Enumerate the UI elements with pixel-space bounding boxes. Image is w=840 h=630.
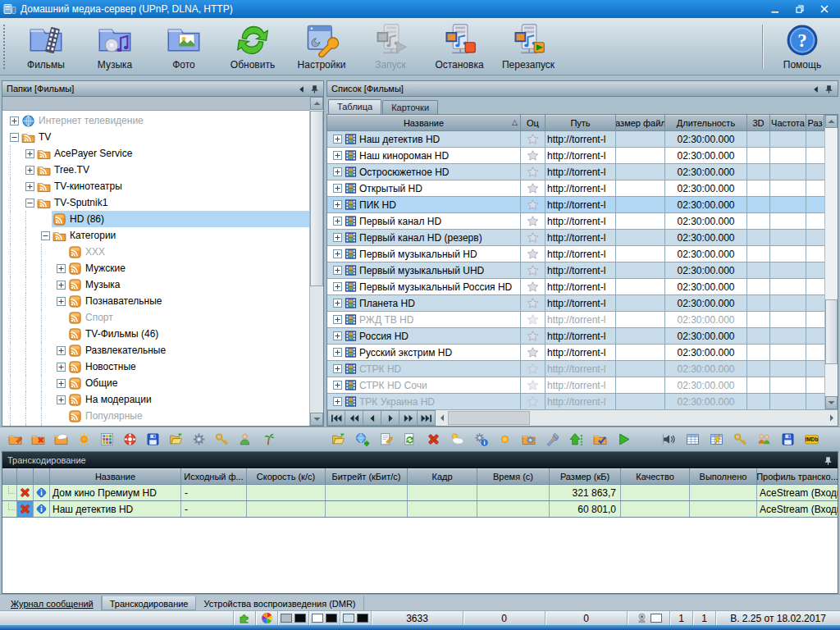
tc-column-time[interactable]: Время (с) <box>477 468 550 485</box>
row-expand-button[interactable] <box>333 217 342 226</box>
cell-rating[interactable] <box>521 377 546 393</box>
tree-item-18[interactable]: Популярные <box>2 408 309 424</box>
media-row-1[interactable]: Наш кинороман HDhttp://torrent-l02:30:00… <box>327 148 824 164</box>
toolbar-button-restart[interactable]: Перезапуск <box>494 20 563 74</box>
cell-rating[interactable] <box>521 328 546 344</box>
media-row-15[interactable]: СТРК HD Сочиhttp://torrent-l02:30:00.000 <box>327 377 824 394</box>
column-header-threed[interactable]: 3D <box>747 115 770 131</box>
tree-item-17[interactable]: На модерации <box>2 391 309 408</box>
column-header-raz[interactable]: Раз <box>806 115 824 131</box>
toolbar-button-refresh[interactable]: Обновить <box>218 20 287 74</box>
column-header-filesize[interactable]: Размер файла <box>616 115 665 131</box>
media-row-16[interactable]: ТРК Украина HDhttp://torrent-l02:30:00.0… <box>327 394 824 409</box>
column-header-freq[interactable]: Частота <box>770 115 806 131</box>
tc-column-del[interactable] <box>17 468 34 485</box>
list-tool-table-icon[interactable] <box>686 432 700 446</box>
tab-Карточки[interactable]: Карточки <box>382 100 438 114</box>
cell-rating[interactable] <box>521 148 546 163</box>
tree-expander-plus[interactable] <box>57 363 67 372</box>
folder-tool-folder-cloud-icon[interactable] <box>54 432 68 446</box>
list-tool-folder-gear-icon[interactable] <box>522 432 536 446</box>
tree-item-10[interactable]: Музыка <box>2 276 309 293</box>
scroll-up-button[interactable] <box>825 115 838 128</box>
list-tool-globe-add-icon[interactable] <box>355 432 369 446</box>
folder-tool-floppy-icon[interactable] <box>146 432 160 446</box>
tree-item-11[interactable]: Познавательные <box>2 293 309 309</box>
toolbar-drag-handle[interactable] <box>3 25 8 69</box>
list-tool-x-red-icon[interactable] <box>427 432 441 446</box>
column-header-rating[interactable]: Оц <box>521 115 546 131</box>
tc-cell-delete[interactable] <box>17 485 34 500</box>
tc-column-profile[interactable]: Профиль транско... <box>757 468 838 485</box>
row-expand-button[interactable] <box>333 151 342 160</box>
tc-column-src[interactable]: Исходный ф... <box>181 468 247 485</box>
tc-column-bitrate[interactable]: Битрейт (кБит/с) <box>326 468 408 485</box>
panel-collapse-button[interactable] <box>809 83 822 95</box>
media-row-4[interactable]: ПИК HDhttp://torrent-l02:30:00.000 <box>327 197 824 213</box>
list-tool-up-green-icon[interactable] <box>569 432 583 446</box>
tree-item-13[interactable]: TV-Фильмы (46) <box>2 326 309 342</box>
tree-expander-minus[interactable] <box>25 199 36 208</box>
media-row-14[interactable]: СТРК HDhttp://torrent-l02:30:00.000 <box>327 361 824 377</box>
panel-pin-button[interactable] <box>822 83 835 95</box>
folder-tool-lifebuoy-icon[interactable] <box>123 432 137 446</box>
nav-prev-button[interactable] <box>363 410 381 426</box>
list-tool-table-bolt-icon[interactable] <box>710 432 724 446</box>
media-row-12[interactable]: Россия HDhttp://torrent-l02:30:00.000 <box>327 328 824 345</box>
close-button[interactable] <box>812 1 837 17</box>
nav-next2-button[interactable] <box>399 410 418 426</box>
folder-tool-user-icon[interactable] <box>238 432 252 446</box>
tree-expander-plus[interactable] <box>57 281 67 290</box>
tc-column-frame[interactable]: Кадр <box>408 468 477 485</box>
folder-tool-gear-icon[interactable] <box>192 432 206 446</box>
tree-expander-plus[interactable] <box>25 182 36 191</box>
cell-rating[interactable] <box>521 230 546 245</box>
list-tool-cloud-sun-icon[interactable] <box>450 432 464 446</box>
column-header-name[interactable]: Название△ <box>327 115 521 131</box>
hscroll-thumb[interactable] <box>448 411 530 425</box>
toolbar-button-music[interactable]: Музыка <box>80 20 149 74</box>
list-tool-doc-recycle-icon[interactable] <box>403 432 417 446</box>
row-expand-button[interactable] <box>333 135 342 144</box>
cell-rating[interactable] <box>521 394 546 409</box>
grid-scroll-thumb[interactable] <box>825 299 838 363</box>
row-expand-button[interactable] <box>333 167 342 176</box>
media-row-8[interactable]: Первый музыкальный UHDhttp://torrent-l02… <box>327 262 824 279</box>
tree-expander-plus[interactable] <box>25 166 36 175</box>
tree-item-4[interactable]: TV-кинотеатры <box>2 178 309 194</box>
media-row-0[interactable]: Наш детектив HDhttp://torrent-l02:30:00.… <box>327 131 824 148</box>
cell-rating[interactable] <box>521 246 546 262</box>
row-expand-button[interactable] <box>333 331 342 340</box>
tree-item-12[interactable]: Спорт <box>2 309 309 326</box>
row-expand-button[interactable] <box>333 315 342 324</box>
tree-expander-minus[interactable] <box>41 231 52 240</box>
row-expand-button[interactable] <box>333 184 342 193</box>
panel-collapse-button[interactable] <box>294 83 308 95</box>
media-row-10[interactable]: Планета HDhttp://torrent-l02:30:00.000 <box>327 295 824 312</box>
cell-rating[interactable] <box>521 197 546 212</box>
column-header-path[interactable]: Путь <box>546 115 616 131</box>
list-tool-key-icon[interactable] <box>733 432 747 446</box>
tc-column-info[interactable] <box>34 468 50 485</box>
tree-item-0[interactable]: Интернет телевидение <box>2 112 309 129</box>
list-tool-tools-icon[interactable] <box>546 432 559 446</box>
toolbar-button-films[interactable]: Фильмы <box>11 20 80 74</box>
list-tool-sun-burst-icon[interactable] <box>498 432 512 446</box>
row-expand-button[interactable] <box>333 299 342 308</box>
toolbar-button-stop[interactable]: Остановка <box>425 20 494 74</box>
scroll-down-button[interactable] <box>310 413 323 426</box>
tree-scroll-thumb[interactable] <box>310 111 323 286</box>
folder-tool-sun-icon[interactable] <box>77 432 91 446</box>
cell-rating[interactable] <box>521 361 546 377</box>
tree-item-1[interactable]: TV <box>2 129 309 145</box>
tree-item-14[interactable]: Развлекательные <box>2 342 309 358</box>
nav-prev2-button[interactable] <box>345 410 363 426</box>
media-row-6[interactable]: Первый канал HD (резерв)http://torrent-l… <box>327 230 824 246</box>
list-tool-play-icon[interactable] <box>617 432 631 446</box>
tree-item-6[interactable]: HD (86) <box>2 211 309 227</box>
row-expand-button[interactable] <box>333 282 342 291</box>
cell-rating[interactable] <box>521 279 546 294</box>
toolbar-button-help[interactable]: ?Помощь <box>768 20 837 74</box>
tc-column-size[interactable]: Размер (кБ) <box>550 468 621 485</box>
hscroll-left-button[interactable] <box>436 410 448 426</box>
